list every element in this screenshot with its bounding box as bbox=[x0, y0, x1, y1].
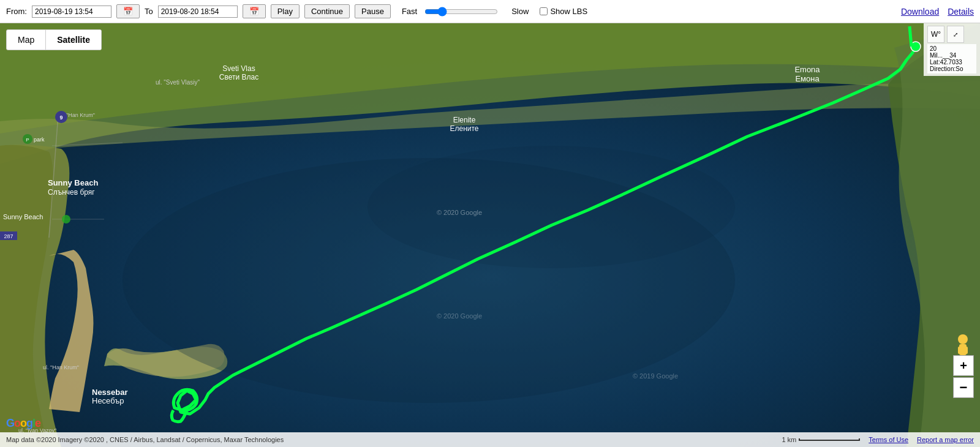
svg-point-28 bbox=[62, 215, 70, 224]
svg-text:ul. "Han Krum": ul. "Han Krum" bbox=[43, 364, 79, 370]
svg-point-5 bbox=[368, 146, 735, 268]
details-link[interactable]: Details bbox=[948, 7, 974, 17]
show-lbs-container: Show LBS bbox=[540, 7, 587, 16]
terms-of-use-link[interactable]: Terms of Use bbox=[869, 436, 908, 443]
svg-text:Sveti Vlas: Sveti Vlas bbox=[222, 64, 255, 73]
pause-button[interactable]: Pause bbox=[355, 4, 391, 18]
from-calendar-button[interactable]: 📅 bbox=[116, 4, 140, 18]
scale-label: 1 km bbox=[782, 436, 796, 443]
topbar-right: Download Details bbox=[901, 7, 974, 17]
svg-text:Emona: Emona bbox=[794, 65, 820, 74]
svg-point-34 bbox=[958, 334, 968, 344]
scale-line-indicator bbox=[799, 438, 860, 441]
info-panel: W° ⤢ 20 Mil...__34 Lat:42.7033 Direction… bbox=[924, 23, 980, 76]
speed-slider[interactable] bbox=[424, 7, 498, 17]
compass-expand-controls: W° ⤢ bbox=[927, 26, 976, 43]
svg-text:Емона: Емона bbox=[795, 74, 820, 83]
statusbar: Map data ©2020 Imagery ©2020 , CNES / Ai… bbox=[0, 432, 980, 447]
svg-text:park: park bbox=[34, 137, 45, 143]
svg-rect-36 bbox=[958, 347, 962, 354]
from-datetime-input[interactable] bbox=[32, 6, 111, 18]
svg-text:9: 9 bbox=[59, 115, 62, 121]
map-background: Sveti Vlas Свети Влас ul. "Sveti Vlasiy"… bbox=[0, 23, 980, 447]
info-line4: Direction:So bbox=[930, 66, 974, 72]
download-link[interactable]: Download bbox=[901, 7, 939, 17]
svg-text:© 2020 Google: © 2020 Google bbox=[437, 312, 482, 320]
svg-text:© 2019 Google: © 2019 Google bbox=[633, 372, 678, 380]
svg-text:ul. "Sveti Vlasiy": ul. "Sveti Vlasiy" bbox=[156, 79, 200, 86]
show-lbs-label: Show LBS bbox=[550, 7, 587, 16]
svg-text:Свети Влас: Свети Влас bbox=[219, 73, 258, 81]
map-container[interactable]: Sveti Vlas Свети Влас ul. "Sveti Vlasiy"… bbox=[0, 23, 980, 447]
svg-text:© 2020 Google: © 2020 Google bbox=[437, 209, 482, 216]
svg-text:Елените: Елените bbox=[450, 124, 478, 133]
slow-label: Slow bbox=[511, 7, 529, 16]
info-line3: Lat:42.7033 bbox=[930, 59, 974, 66]
compass-icon[interactable]: W° bbox=[927, 26, 944, 43]
expand-icon[interactable]: ⤢ bbox=[947, 26, 964, 43]
report-map-error-link[interactable]: Report a map error bbox=[917, 436, 974, 443]
svg-text:Sunny Beach: Sunny Beach bbox=[3, 213, 43, 220]
map-attribution: Map data ©2020 Imagery ©2020 , CNES / Ai… bbox=[6, 436, 284, 443]
continue-button[interactable]: Continue bbox=[304, 4, 350, 18]
map-satellite-toggle: Map Satellite bbox=[6, 29, 102, 50]
fast-label: Fast bbox=[402, 7, 417, 16]
zoom-controls: + − bbox=[953, 355, 974, 398]
show-lbs-checkbox[interactable] bbox=[540, 7, 548, 15]
to-datetime-input[interactable] bbox=[158, 6, 238, 18]
zoom-in-button[interactable]: + bbox=[953, 355, 974, 376]
info-line2: Mil...__34 bbox=[930, 52, 974, 59]
svg-text:P: P bbox=[26, 137, 29, 143]
svg-text:Несебър: Несебър bbox=[92, 396, 124, 405]
scale-bar: 1 km bbox=[782, 436, 860, 443]
svg-text:Слънчев бряг: Слънчев бряг bbox=[48, 188, 95, 197]
svg-text:Sunny Beach: Sunny Beach bbox=[48, 178, 98, 187]
info-line1: 20 bbox=[930, 45, 974, 52]
play-button[interactable]: Play bbox=[271, 4, 300, 18]
to-label: To bbox=[145, 7, 153, 16]
svg-text:287: 287 bbox=[4, 233, 13, 239]
svg-text:Nessebar: Nessebar bbox=[92, 388, 128, 397]
topbar: From: 📅 To 📅 Play Continue Pause Fast Sl… bbox=[0, 0, 980, 23]
svg-rect-37 bbox=[964, 347, 968, 354]
map-view-button[interactable]: Map bbox=[7, 30, 46, 50]
to-calendar-button[interactable]: 📅 bbox=[243, 4, 266, 18]
svg-line-33 bbox=[910, 26, 911, 47]
satellite-view-button[interactable]: Satellite bbox=[46, 30, 101, 50]
google-logo: Google bbox=[6, 417, 40, 430]
zoom-out-button[interactable]: − bbox=[953, 377, 974, 398]
from-label: From: bbox=[6, 7, 27, 16]
svg-text:Elenite: Elenite bbox=[453, 116, 476, 124]
